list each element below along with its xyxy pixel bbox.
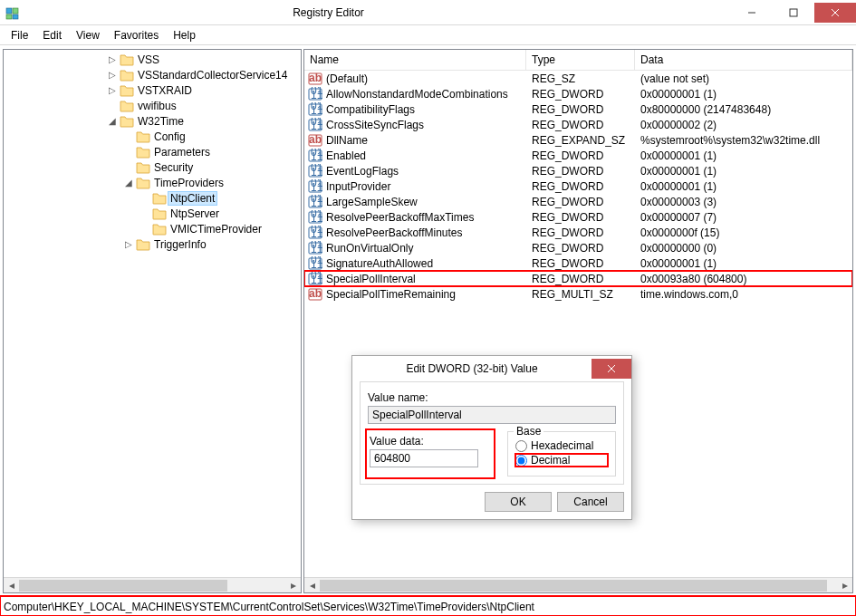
- value-data: %systemroot%\system32\w32time.dll: [635, 134, 852, 147]
- tree-node[interactable]: NtpClient: [4, 190, 301, 206]
- edit-dword-dialog[interactable]: Edit DWORD (32-bit) Value Value name: Va…: [351, 355, 632, 520]
- titlebar[interactable]: Registry Editor: [0, 0, 856, 25]
- list-row[interactable]: EnabledREG_DWORD0x00000001 (1): [304, 148, 852, 163]
- tree-node[interactable]: Config: [4, 129, 301, 144]
- menu-view[interactable]: View: [69, 27, 107, 43]
- list-row[interactable]: (Default)REG_SZ(value not set): [304, 71, 852, 86]
- tree-hscroll[interactable]: ◂ ▸: [4, 577, 301, 592]
- list-row[interactable]: CompatibilityFlagsREG_DWORD0x80000000 (2…: [304, 101, 852, 117]
- expander-icon[interactable]: ▷: [105, 70, 120, 80]
- scroll-left-icon[interactable]: ◂: [4, 578, 19, 593]
- col-name[interactable]: Name: [304, 50, 526, 70]
- value-data: 0x00093a80 (604800): [635, 273, 852, 285]
- radio-hexadecimal[interactable]: Hexadecimal: [515, 439, 608, 452]
- scroll-right-icon[interactable]: ▸: [285, 578, 301, 593]
- expander-icon[interactable]: ▷: [105, 85, 120, 95]
- value-data-field[interactable]: [370, 449, 478, 467]
- value-name-label: Value name:: [368, 391, 616, 404]
- tree-node[interactable]: ◢TimeProviders: [4, 175, 301, 190]
- col-type[interactable]: Type: [526, 50, 635, 70]
- tree-node-label[interactable]: NtpClient: [168, 192, 216, 205]
- value-data-label: Value data:: [370, 435, 491, 448]
- value-name: (Default): [326, 72, 368, 85]
- folder-icon: [120, 114, 134, 129]
- menu-favorites[interactable]: Favorites: [107, 27, 166, 43]
- dword-value-icon: [308, 87, 322, 101]
- scroll-thumb[interactable]: [320, 580, 827, 592]
- tree-node-label[interactable]: TriggerInfo: [152, 238, 208, 251]
- value-name: SpecialPollTimeRemaining: [326, 288, 456, 301]
- list-row[interactable]: RunOnVirtualOnlyREG_DWORD0x00000000 (0): [304, 240, 852, 255]
- tree-node-label[interactable]: VSS: [136, 53, 161, 66]
- expander-icon[interactable]: ◢: [121, 178, 136, 188]
- tree-node[interactable]: ▷VSStandardCollectorService14: [4, 67, 301, 82]
- value-name-field[interactable]: [368, 406, 616, 424]
- dword-value-icon: [308, 226, 322, 240]
- tree-node-label[interactable]: NtpServer: [168, 207, 221, 220]
- value-type: REG_DWORD: [526, 165, 635, 178]
- tree-node[interactable]: vwifibus: [4, 98, 301, 113]
- tree-pane[interactable]: ▷VSS▷VSStandardCollectorService14▷VSTXRA…: [3, 49, 302, 593]
- tree-node[interactable]: NtpServer: [4, 206, 301, 221]
- list-row[interactable]: DllNameREG_EXPAND_SZ%systemroot%\system3…: [304, 132, 852, 148]
- ok-button[interactable]: OK: [485, 492, 552, 512]
- menu-edit[interactable]: Edit: [35, 27, 69, 43]
- col-data[interactable]: Data: [635, 50, 852, 70]
- dialog-titlebar[interactable]: Edit DWORD (32-bit) Value: [352, 356, 631, 381]
- expander-icon[interactable]: ▷: [105, 54, 120, 64]
- list-row[interactable]: LargeSampleSkewREG_DWORD0x00000003 (3): [304, 194, 852, 209]
- list-hscroll[interactable]: ◂ ▸: [304, 577, 852, 592]
- close-icon: [607, 364, 616, 373]
- close-button[interactable]: [814, 3, 856, 23]
- folder-icon: [136, 176, 150, 190]
- value-name: SpecialPollInterval: [326, 273, 416, 285]
- folder-icon: [120, 83, 134, 98]
- tree-node[interactable]: VMICTimeProvider: [4, 221, 301, 236]
- list-row[interactable]: SignatureAuthAllowedREG_DWORD0x00000001 …: [304, 255, 852, 271]
- list-row[interactable]: EventLogFlagsREG_DWORD0x00000001 (1): [304, 163, 852, 178]
- tree-node-label[interactable]: W32Time: [136, 115, 186, 128]
- list-row[interactable]: SpecialPollTimeRemainingREG_MULTI_SZtime…: [304, 286, 852, 302]
- tree-node-label[interactable]: vwifibus: [136, 100, 178, 112]
- list-row[interactable]: ResolvePeerBackoffMaxTimesREG_DWORD0x000…: [304, 209, 852, 225]
- radio-hex-input[interactable]: [515, 440, 527, 452]
- radio-decimal[interactable]: Decimal: [515, 454, 608, 467]
- scroll-left-icon[interactable]: ◂: [304, 578, 320, 593]
- menu-file[interactable]: File: [4, 27, 35, 43]
- menu-help[interactable]: Help: [166, 27, 203, 43]
- list-row[interactable]: AllowNonstandardModeCombinationsREG_DWOR…: [304, 86, 852, 101]
- cancel-button[interactable]: Cancel: [557, 492, 624, 512]
- scroll-thumb[interactable]: [19, 580, 227, 592]
- tree-node-label[interactable]: VSTXRAID: [136, 84, 194, 97]
- scroll-right-icon[interactable]: ▸: [837, 578, 852, 593]
- dialog-close-button[interactable]: [592, 359, 631, 379]
- value-type: REG_DWORD: [526, 242, 635, 255]
- tree-node[interactable]: ▷VSS: [4, 52, 301, 67]
- list-row[interactable]: InputProviderREG_DWORD0x00000001 (1): [304, 178, 852, 194]
- expander-icon[interactable]: ◢: [105, 116, 120, 126]
- radio-dec-input[interactable]: [515, 455, 527, 467]
- tree-node[interactable]: ▷VSTXRAID: [4, 82, 301, 98]
- expander-icon[interactable]: ▷: [121, 239, 136, 249]
- value-name: DllName: [326, 134, 368, 147]
- tree-node-label[interactable]: Config: [152, 130, 188, 143]
- value-data: 0x00000000 (0): [635, 242, 852, 255]
- tree-node-label[interactable]: Parameters: [152, 146, 212, 159]
- folder-icon: [136, 237, 150, 252]
- tree-node[interactable]: Parameters: [4, 144, 301, 159]
- tree-node-label[interactable]: Security: [152, 161, 195, 174]
- tree-node-label[interactable]: TimeProviders: [152, 177, 226, 189]
- list-row[interactable]: CrossSiteSyncFlagsREG_DWORD0x00000002 (2…: [304, 117, 852, 132]
- value-type: REG_DWORD: [526, 257, 635, 270]
- tree-node-label[interactable]: VSStandardCollectorService14: [136, 69, 289, 82]
- tree-node[interactable]: ◢W32Time: [4, 113, 301, 129]
- minimize-button[interactable]: [731, 3, 773, 23]
- value-data: 0x00000001 (1): [635, 165, 852, 178]
- tree-node[interactable]: ▷TriggerInfo: [4, 236, 301, 252]
- list-row[interactable]: SpecialPollIntervalREG_DWORD0x00093a80 (…: [304, 271, 852, 286]
- tree-node-label[interactable]: VMICTimeProvider: [168, 223, 264, 236]
- value-type: REG_DWORD: [526, 273, 635, 285]
- maximize-button[interactable]: [773, 3, 814, 23]
- tree-node[interactable]: Security: [4, 159, 301, 175]
- list-row[interactable]: ResolvePeerBackoffMinutesREG_DWORD0x0000…: [304, 225, 852, 240]
